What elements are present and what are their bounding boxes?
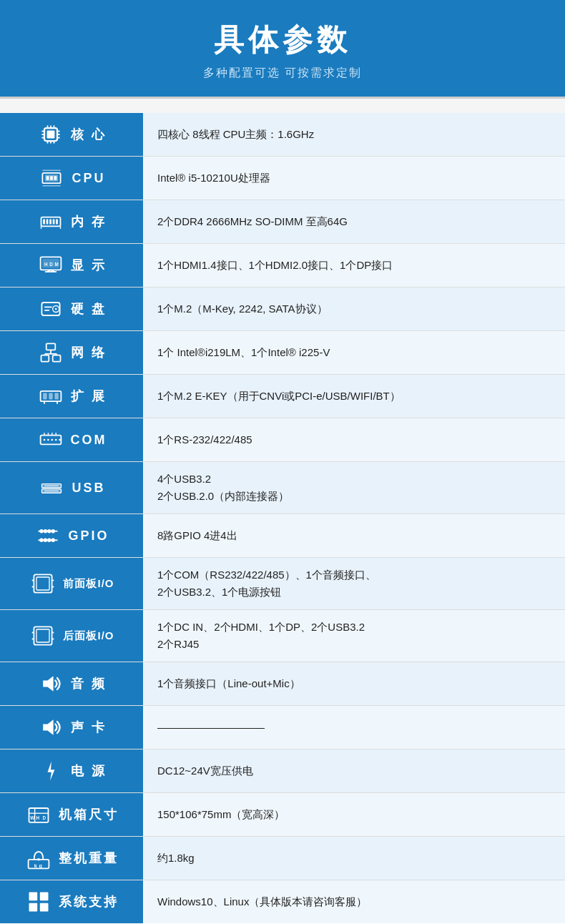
chip-icon: [37, 164, 66, 192]
svg-rect-25: [53, 219, 55, 224]
svg-rect-22: [43, 219, 45, 224]
svg-rect-49: [49, 393, 52, 400]
spec-label-com: COM: [0, 418, 143, 461]
spec-row-expand: 扩 展1个M.2 E-KEY（用于CNVi或PCI-e/USB/WIFI/BT）: [0, 375, 565, 418]
spec-label-memory: 内 存: [0, 200, 143, 243]
spec-label-text-gpio: GPIO: [68, 529, 109, 544]
svg-rect-80: [36, 577, 49, 590]
spec-label-power: 电 源: [0, 749, 143, 792]
ram-icon: [36, 207, 65, 236]
spec-label-chassis: W H D 机箱尺寸: [0, 793, 143, 836]
svg-point-73: [48, 529, 51, 533]
svg-rect-23: [46, 219, 49, 224]
spec-value-gpio: 8路GPIO 4进4出: [143, 514, 565, 557]
os-icon: [24, 888, 53, 916]
svg-rect-42: [53, 355, 61, 362]
svg-marker-91: [43, 676, 53, 692]
spec-row-usb: USB4个USB3.22个USB.2.0（内部连接器）: [0, 462, 565, 514]
spec-value-core: 四核心 8线程 CPU主频：1.6GHz: [143, 113, 565, 156]
spec-label-text-soundcard: 声 卡: [71, 719, 107, 736]
svg-point-100: [37, 858, 40, 861]
spec-label-text-display: 显 示: [71, 257, 107, 274]
spec-row-gpio: GPIO8路GPIO 4进4出: [0, 514, 565, 558]
spec-value-line: 1个DC IN、2个HDMI、1个DP、2个USB3.2: [157, 619, 365, 636]
spec-value-usb: 4个USB3.22个USB.2.0（内部连接器）: [143, 462, 565, 513]
spec-value-chassis: 150*106*75mm（宽高深）: [143, 793, 565, 836]
spacer: [0, 99, 565, 113]
spec-label-network: 网 络: [0, 331, 143, 374]
spec-label-storage: 硬 盘: [0, 287, 143, 330]
header-subtitle: 多种配置可选 可按需求定制: [14, 66, 551, 81]
gpio-icon: [34, 521, 62, 550]
spec-label-text-network: 网 络: [71, 344, 107, 361]
svg-text:HDMI: HDMI: [44, 262, 64, 267]
spec-label-text-core: 核 心: [71, 126, 107, 143]
spec-value-line: 2个USB.2.0（内部连接器）: [157, 488, 289, 505]
spec-value-soundcard: ——————————: [143, 706, 565, 749]
spec-value-storage: 1个M.2（M-Key, 2242, SATA协议）: [143, 287, 565, 330]
spec-label-text-com: COM: [71, 433, 107, 448]
svg-rect-102: [29, 893, 38, 901]
expand-icon: [36, 382, 65, 411]
spec-value-line: 2个USB3.2、1个电源按钮: [157, 584, 376, 601]
spec-value-expand: 1个M.2 E-KEY（用于CNVi或PCI-e/USB/WIFI/BT）: [143, 375, 565, 418]
spec-label-text-chassis: 机箱尺寸: [59, 806, 119, 823]
header: 具体参数 多种配置可选 可按需求定制: [0, 0, 565, 97]
spec-value-audio: 1个音频接口（Line-out+Mic）: [143, 662, 565, 705]
network-icon: [36, 338, 65, 367]
svg-rect-103: [40, 893, 49, 901]
spec-label-core: 核 心: [0, 113, 143, 156]
svg-point-54: [43, 439, 45, 441]
spec-value-memory: 2个DDR4 2666MHz SO-DIMM 至高64G: [143, 200, 565, 243]
spec-row-rear-io: 后面板I/O1个DC IN、2个HDMI、1个DP、2个USB3.22个RJ45: [0, 610, 565, 662]
svg-rect-41: [41, 355, 49, 362]
spec-row-audio: 音 频1个音频接口（Line-out+Mic）: [0, 662, 565, 706]
svg-rect-40: [46, 343, 56, 350]
spec-label-expand: 扩 展: [0, 375, 143, 418]
spec-value-rear-io: 1个DC IN、2个HDMI、1个DP、2个USB3.22个RJ45: [143, 610, 565, 662]
front-io-icon: [29, 569, 57, 598]
spec-label-text-os: 系统支持: [59, 893, 119, 910]
spec-label-os: 系统支持: [0, 880, 143, 923]
spec-label-soundcard: 声 卡: [0, 706, 143, 749]
svg-rect-38: [44, 306, 52, 308]
svg-point-57: [54, 439, 56, 441]
spec-value-os: Windows10、Linux（具体版本请咨询客服）: [143, 880, 565, 923]
spec-table: 核 心四核心 8线程 CPU主频：1.6GHz CPUIntel® i5-102…: [0, 113, 565, 923]
spec-row-power: 电 源DC12~24V宽压供电: [0, 749, 565, 793]
spec-label-text-cpu: CPU: [72, 171, 105, 186]
spec-label-text-memory: 内 存: [71, 213, 107, 230]
svg-point-77: [48, 539, 51, 542]
svg-text:kg: kg: [34, 862, 44, 869]
svg-point-76: [44, 539, 47, 542]
spec-label-gpio: GPIO: [0, 514, 143, 557]
svg-point-55: [47, 439, 49, 441]
spec-row-com: COM1个RS-232/422/485: [0, 418, 565, 462]
spec-row-network: 网 络1个 Intel®i219LM、1个Intel® i225-V: [0, 331, 565, 375]
display-icon: HDMI: [36, 251, 65, 280]
spec-value-network: 1个 Intel®i219LM、1个Intel® i225-V: [143, 331, 565, 374]
spec-label-text-usb: USB: [72, 481, 105, 496]
svg-point-56: [51, 439, 53, 441]
hdd-icon: [36, 295, 65, 323]
svg-text:H: H: [36, 815, 41, 820]
rear-io-icon: [29, 621, 57, 650]
svg-rect-39: [44, 310, 49, 311]
chassis-icon: W H D: [24, 800, 53, 829]
svg-point-58: [59, 439, 61, 441]
spec-label-text-storage: 硬 盘: [71, 300, 107, 318]
spec-value-line: 2个RJ45: [157, 636, 365, 653]
spec-row-display: HDMI 显 示1个HDMI1.4接口、1个HDMI2.0接口、1个DP接口: [0, 244, 565, 287]
svg-rect-35: [41, 303, 59, 315]
spec-value-front-io: 1个COM（RS232/422/485）、1个音频接口、2个USB3.2、1个电…: [143, 558, 565, 609]
spec-value-line: 1个COM（RS232/422/485）、1个音频接口、: [157, 566, 376, 584]
spec-value-cpu: Intel® i5-10210U处理器: [143, 157, 565, 200]
svg-rect-105: [40, 903, 49, 912]
spec-value-power: DC12~24V宽压供电: [143, 749, 565, 792]
svg-point-74: [51, 529, 55, 533]
spec-label-text-weight: 整机重量: [59, 850, 119, 867]
power-icon: [36, 757, 65, 785]
spec-label-cpu: CPU: [0, 157, 143, 200]
spec-row-weight: kg 整机重量约1.8kg: [0, 837, 565, 880]
svg-rect-104: [29, 903, 38, 912]
